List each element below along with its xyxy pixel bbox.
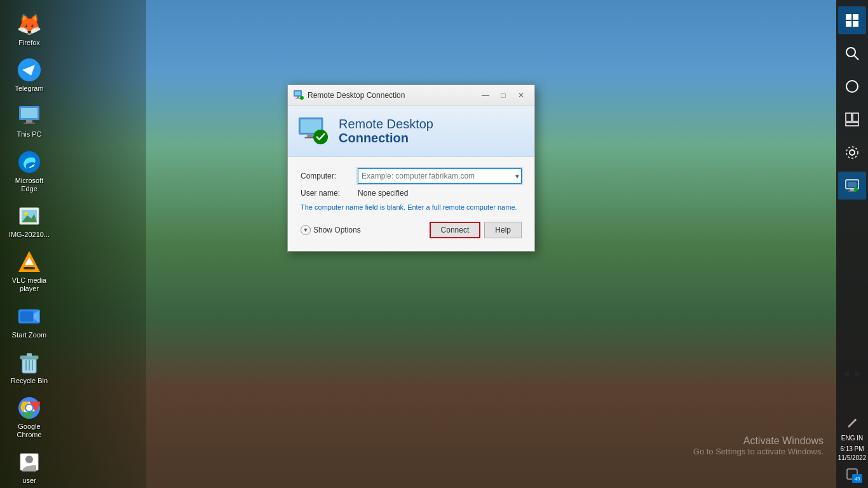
sidebar-cortana-button[interactable] [838, 72, 866, 100]
firefox-label: Firefox [18, 39, 40, 47]
svg-line-55 [854, 55, 858, 60]
this-pc-icon [17, 103, 42, 128]
right-sidebar [836, 0, 868, 361]
desktop-icon-telegram[interactable]: Telegram [4, 53, 55, 97]
rdc-title-text: Remote Desktop Connection [308, 91, 405, 100]
svg-point-9 [24, 212, 28, 215]
recycle-bin-label: Recycle Bin [11, 377, 48, 385]
rdc-footer: ▼ Show Options Connect Help [301, 222, 522, 241]
system-tray-panel: ENG IN 6:13 PM 11/5/2022 43 [836, 361, 868, 488]
google-chrome-label: Google Chrome [6, 423, 52, 439]
help-button[interactable]: Help [484, 222, 522, 238]
desktop-icon-firefox[interactable]: 🦊 Firefox [4, 8, 55, 51]
rdc-header: Remote Desktop Connection [288, 105, 534, 157]
img2021-icon [17, 203, 42, 229]
zoom-label: Start Zoom [12, 331, 46, 339]
img2021-label: IMG-20210... [9, 231, 50, 239]
svg-rect-58 [853, 113, 858, 121]
rdc-titlebar-icon [293, 90, 304, 101]
svg-point-60 [850, 150, 855, 155]
svg-rect-51 [853, 14, 858, 20]
svg-point-54 [846, 48, 855, 57]
rdc-header-title: Remote Desktop Connection [339, 117, 433, 145]
rdc-close-button[interactable]: ✕ [513, 89, 529, 102]
rdc-body: Computer: ▼ User name: None specified Th… [288, 157, 534, 251]
svg-point-26 [26, 405, 32, 411]
desktop-icon-user[interactable]: user [4, 445, 55, 488]
notification-center-button[interactable]: 43 [841, 465, 864, 483]
svg-rect-64 [850, 189, 854, 191]
desktop-icon-zoom[interactable]: Start Zoom [4, 300, 55, 343]
vlc-icon [17, 249, 42, 274]
rdc-header-line1: Remote Desktop [339, 117, 433, 131]
desktop-icon-img2021[interactable]: IMG-20210... [4, 200, 55, 243]
recycle-bin-icon [17, 349, 42, 375]
system-clock[interactable]: 6:13 PM 11/5/2022 [836, 445, 868, 463]
notification-badge: 43 [852, 474, 862, 483]
computer-label: Computer: [301, 172, 358, 180]
svg-rect-71 [295, 98, 301, 98]
activate-windows-watermark: Activate Windows Go to Settings to activ… [693, 435, 824, 456]
svg-point-66 [854, 187, 858, 191]
desktop-icon-recycle-bin[interactable]: Recycle Bin [4, 346, 55, 389]
svg-rect-75 [307, 135, 313, 137]
microsoft-edge-label: Microsoft Edge [6, 177, 52, 193]
svg-rect-5 [24, 123, 35, 124]
sidebar-search-button[interactable] [838, 39, 866, 67]
sidebar-taskview-button[interactable] [838, 105, 866, 133]
language-indicator[interactable]: ENG IN [841, 435, 863, 442]
svg-point-72 [300, 96, 304, 100]
svg-rect-4 [26, 120, 32, 123]
user-icon [17, 449, 42, 475]
desktop-icon-vlc[interactable]: VLC media player [4, 245, 55, 297]
user-label: user [22, 477, 36, 485]
telegram-icon [17, 57, 42, 83]
desktop-icons-area: 🦊 Firefox Telegram This PC [0, 0, 102, 488]
svg-rect-70 [297, 97, 299, 98]
microsoft-edge-icon [17, 149, 42, 175]
svg-rect-19 [27, 353, 32, 356]
rdc-minimize-button[interactable]: — [477, 89, 494, 102]
show-options-button[interactable]: ▼ Show Options [301, 225, 361, 235]
zoom-icon [17, 304, 42, 329]
rdc-maximize-button[interactable]: □ [495, 89, 512, 102]
sidebar-settings-button[interactable] [838, 139, 866, 166]
rdc-monitor-logo [297, 115, 329, 147]
this-pc-label: This PC [17, 130, 41, 139]
sidebar-rdc-button[interactable] [838, 172, 866, 200]
connect-button[interactable]: Connect [430, 222, 481, 238]
svg-point-28 [25, 456, 33, 463]
rdc-dialog: Remote Desktop Connection — □ ✕ [287, 85, 535, 252]
svg-rect-59 [846, 123, 858, 126]
activate-windows-title: Activate Windows [693, 435, 824, 447]
svg-rect-15 [20, 311, 33, 322]
svg-rect-50 [846, 14, 851, 20]
warning-message: The computer name field is blank. Enter … [301, 203, 522, 212]
computer-form-row: Computer: ▼ [301, 168, 522, 184]
svg-rect-57 [846, 113, 851, 121]
svg-rect-3 [21, 108, 37, 118]
firefox-icon: 🦊 [17, 11, 42, 37]
desktop-icon-microsoft-edge[interactable]: Microsoft Edge [4, 146, 55, 197]
desktop-icon-google-chrome[interactable]: Google Chrome [4, 391, 55, 443]
desktop-icon-this-pc[interactable]: This PC [4, 99, 55, 142]
svg-rect-63 [848, 182, 857, 187]
username-form-row: User name: None specified [301, 189, 522, 198]
google-chrome-icon [17, 395, 42, 421]
telegram-label: Telegram [15, 85, 43, 93]
svg-rect-53 [853, 21, 858, 27]
computer-input[interactable] [358, 168, 522, 184]
dialog-buttons: Connect Help [430, 222, 522, 238]
computer-dropdown-arrow[interactable]: ▼ [514, 173, 520, 180]
username-label: User name: [301, 189, 358, 198]
rdc-titlebar: Remote Desktop Connection — □ ✕ [288, 85, 534, 105]
pencil-icon-btn[interactable] [838, 414, 866, 432]
activate-windows-subtitle: Go to Settings to activate Windows. [693, 447, 824, 456]
sidebar-start-button[interactable] [838, 6, 866, 34]
svg-point-56 [846, 81, 858, 92]
username-value: None specified [358, 189, 408, 198]
svg-rect-69 [295, 92, 301, 95]
vlc-label: VLC media player [6, 276, 52, 293]
computer-input-wrap: ▼ [358, 168, 522, 184]
show-options-icon: ▼ [301, 225, 311, 235]
